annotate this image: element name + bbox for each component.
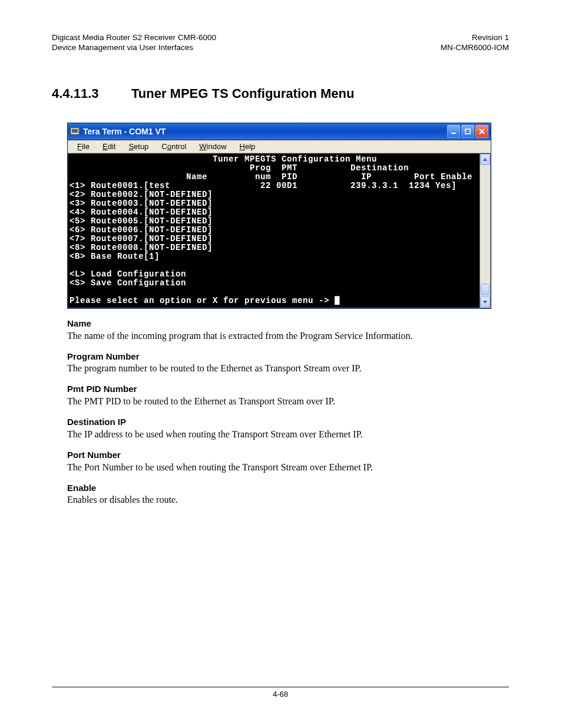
definitions: NameThe name of the incoming program tha…	[67, 318, 491, 506]
menu-control[interactable]: Control	[156, 141, 192, 151]
app-icon	[70, 127, 80, 136]
window-controls	[447, 125, 488, 138]
section-title: Tuner MPEG TS Configuration Menu	[131, 86, 354, 101]
def-term: Enable	[67, 483, 491, 494]
def-desc: The Port Number to be used when routing …	[67, 462, 491, 473]
header-left: Digicast Media Router S2 Receiver CMR-60…	[52, 33, 216, 53]
svg-rect-1	[72, 129, 78, 133]
menubar: File Edit Setup Control Window Help	[68, 140, 491, 153]
svg-rect-2	[451, 133, 456, 134]
menu-window[interactable]: Window	[193, 141, 232, 151]
close-icon	[479, 129, 485, 134]
maximize-button[interactable]	[461, 125, 474, 138]
menu-help[interactable]: Help	[234, 141, 262, 151]
section-heading: 4.4.11.3Tuner MPEG TS Configuration Menu	[52, 86, 509, 101]
header-left-line-1: Digicast Media Router S2 Receiver CMR-60…	[52, 33, 216, 43]
svg-marker-7	[483, 301, 487, 304]
scrollbar-track[interactable]	[480, 165, 490, 284]
footer: 4-68	[52, 687, 509, 699]
def-desc: The name of the incoming program that is…	[67, 330, 491, 342]
menu-setup[interactable]: Setup	[123, 141, 154, 151]
def-desc: The PMT PID to be routed to the Ethernet…	[67, 396, 491, 407]
maximize-icon	[465, 129, 471, 134]
titlebar[interactable]: Tera Term - COM1 VT	[68, 123, 491, 140]
page-number: 4-68	[273, 690, 288, 699]
def-term: Program Number	[67, 351, 491, 363]
terminal-window: Tera Term - COM1 VT File Edit Setup Cont…	[67, 123, 491, 309]
scrollbar-thumb[interactable]	[481, 284, 490, 295]
titlebar-left: Tera Term - COM1 VT	[70, 127, 166, 136]
def-term: Pmt PID Number	[67, 384, 491, 395]
header-right-line-2: MN-CMR6000-IOM	[441, 43, 509, 53]
window-title: Tera Term - COM1 VT	[83, 127, 166, 136]
minimize-icon	[451, 129, 457, 134]
def-term: Destination IP	[67, 417, 491, 428]
def-desc: Enables or disables the route.	[67, 494, 491, 506]
def-term: Name	[67, 318, 491, 330]
menu-edit[interactable]: Edit	[97, 141, 121, 151]
header-left-line-2: Device Management via User Interfaces	[52, 43, 216, 53]
scrollbar[interactable]	[480, 153, 491, 308]
def-term: Port Number	[67, 450, 491, 461]
chevron-down-icon	[482, 299, 488, 305]
def-desc: The program number to be routed to the E…	[67, 363, 491, 374]
chevron-up-icon	[482, 157, 488, 162]
scroll-down-button[interactable]	[480, 297, 490, 308]
page: Digicast Media Router S2 Receiver CMR-60…	[0, 0, 562, 728]
close-button[interactable]	[475, 125, 488, 138]
scroll-up-button[interactable]	[480, 154, 490, 165]
def-desc: The IP address to be used when routing t…	[67, 429, 491, 440]
header-right: Revision 1 MN-CMR6000-IOM	[441, 33, 509, 53]
menu-file[interactable]: File	[71, 141, 95, 151]
terminal-output[interactable]: Tuner MPEGTS Configuration Menu Prog PMT…	[68, 153, 480, 308]
minimize-button[interactable]	[447, 125, 460, 138]
svg-rect-3	[465, 129, 470, 134]
page-header: Digicast Media Router S2 Receiver CMR-60…	[52, 33, 509, 53]
svg-marker-6	[483, 158, 487, 161]
header-right-line-1: Revision 1	[441, 33, 509, 43]
section-number: 4.4.11.3	[52, 86, 131, 101]
